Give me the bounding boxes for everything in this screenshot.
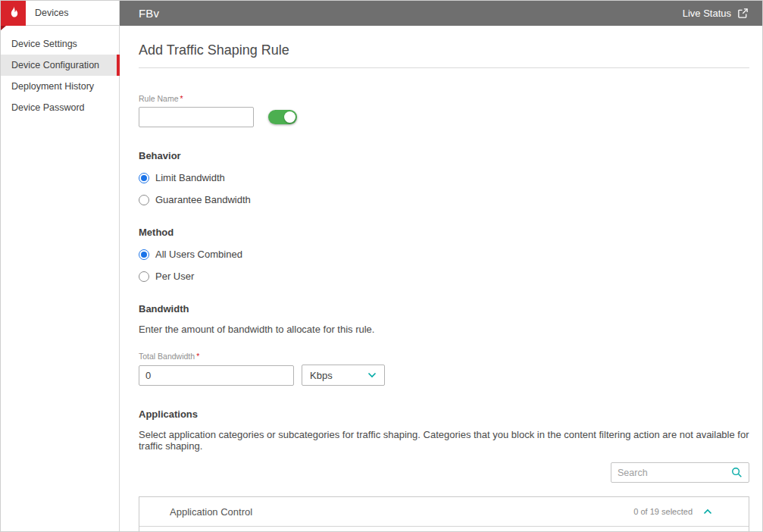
radio-all-users-combined[interactable]: All Users Combined xyxy=(139,249,749,260)
bandwidth-label: Bandwidth xyxy=(139,303,749,315)
live-status-button[interactable]: Live Status xyxy=(683,8,749,19)
topbar: FBv Live Status xyxy=(120,1,762,26)
rule-name-label: Rule Name* xyxy=(139,94,749,103)
required-asterisk: * xyxy=(180,94,183,103)
sidebar-item-label: Device Settings xyxy=(11,39,77,49)
logo-fold xyxy=(1,26,6,30)
sidebar-item-label: Device Password xyxy=(11,102,85,113)
external-link-icon xyxy=(737,8,749,19)
applications-label: Applications xyxy=(139,408,749,420)
page-content: Add Traffic Shaping Rule Rule Name* Beha… xyxy=(120,26,762,531)
sidebar-item-label: Deployment History xyxy=(11,81,94,92)
category-name: Application Control xyxy=(170,506,252,518)
behavior-label: Behavior xyxy=(139,150,749,161)
applications-description: Select application categories or subcate… xyxy=(139,429,749,452)
device-title: FBv xyxy=(139,7,159,20)
radio-icon xyxy=(139,271,149,282)
category-selected-count: 0 of 19 selected xyxy=(633,507,693,516)
required-asterisk: * xyxy=(196,352,199,361)
radio-limit-bandwidth[interactable]: Limit Bandwidth xyxy=(139,172,749,183)
search-row xyxy=(139,462,749,483)
sidebar-header: Devices xyxy=(1,1,119,26)
application-control-panel: Application Control 0 of 19 selected Bus… xyxy=(139,496,749,531)
radio-icon xyxy=(139,249,149,260)
chevron-down-icon xyxy=(367,372,377,378)
bandwidth-row: Kbps xyxy=(139,365,749,386)
page-title: Add Traffic Shaping Rule xyxy=(139,42,749,58)
brand-logo xyxy=(1,1,26,26)
sidebar-item-device-settings[interactable]: Device Settings xyxy=(1,33,119,55)
total-bandwidth-input[interactable] xyxy=(139,365,294,386)
method-label: Method xyxy=(139,227,749,238)
bandwidth-description: Enter the amount of bandwidth to allocat… xyxy=(139,324,749,335)
rule-name-input[interactable] xyxy=(139,107,254,127)
flame-icon xyxy=(7,5,20,20)
search-input[interactable] xyxy=(618,468,731,478)
sidebar-item-label: Device Configuration xyxy=(11,60,99,70)
radio-icon xyxy=(139,173,149,183)
radio-guarantee-bandwidth[interactable]: Guarantee Bandwidth xyxy=(139,194,749,205)
radio-icon xyxy=(139,195,149,205)
search-icon[interactable] xyxy=(731,467,743,478)
chevron-up-icon[interactable] xyxy=(703,509,712,515)
bandwidth-unit-value: Kbps xyxy=(310,370,333,381)
rule-enabled-toggle[interactable] xyxy=(268,110,297,124)
radio-per-user[interactable]: Per User xyxy=(139,271,749,282)
app-window: Devices Device Settings Device Configura… xyxy=(0,0,763,532)
toggle-knob xyxy=(284,111,296,123)
live-status-label: Live Status xyxy=(683,8,731,19)
sidebar-item-deployment-history[interactable]: Deployment History xyxy=(1,76,119,97)
application-control-header[interactable]: Application Control 0 of 19 selected xyxy=(139,497,749,527)
sidebar-item-device-password[interactable]: Device Password xyxy=(1,97,119,118)
sidebar-item-device-configuration[interactable]: Device Configuration xyxy=(1,55,119,76)
main-area: FBv Live Status Add Traffic Shaping Rule… xyxy=(120,1,762,531)
application-control-body: Business tools 0 of 23 selected Database… xyxy=(139,527,749,531)
sidebar: Devices Device Settings Device Configura… xyxy=(1,1,120,531)
rule-name-row xyxy=(139,107,749,127)
search-box xyxy=(611,462,749,483)
title-divider xyxy=(139,67,749,68)
sidebar-menu: Device Settings Device Configuration Dep… xyxy=(1,26,119,118)
sidebar-header-label: Devices xyxy=(35,8,68,18)
bandwidth-unit-select[interactable]: Kbps xyxy=(302,365,385,386)
total-bandwidth-label: Total Bandwidth* xyxy=(139,352,749,361)
